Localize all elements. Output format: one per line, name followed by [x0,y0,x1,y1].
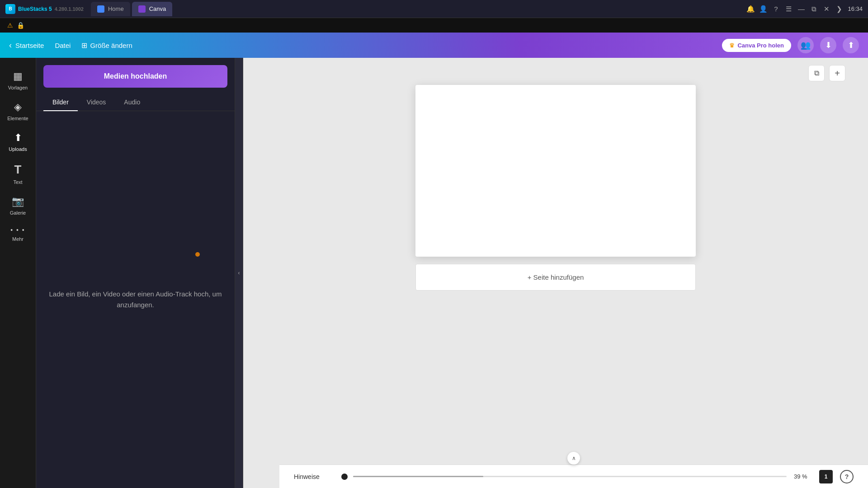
resize-icon: ⊞ [81,41,87,50]
vorlagen-label: Vorlagen [8,85,28,90]
grosse-nav[interactable]: ⊞ Größe ändern [81,41,132,50]
elemente-icon: ◈ [14,101,22,113]
copy-page-button[interactable]: ⧉ [808,65,825,81]
sidebar-item-text[interactable]: T Text [2,157,34,190]
text-icon: T [14,163,22,177]
warning-icon: ⚠ [7,22,13,29]
tab-home[interactable]: Home [91,2,130,16]
crown-icon: ♛ [729,42,735,49]
grosse-label: Größe ändern [90,42,132,49]
datei-nav[interactable]: Datei [55,42,71,49]
uploads-panel: Medien hochladen Bilder Videos Audio Lad… [36,58,235,488]
upload-share-icon: ⬆ [848,40,854,50]
canvas-area[interactable]: ⧉ + + Seite hinzufügen ∧ Hinweise 39 % 1… [243,58,868,488]
canvas-top-tools: ⧉ + [808,65,845,81]
collapse-chevron-icon: ‹ [238,270,240,276]
lock-icon: 🔒 [17,22,24,29]
canva-pro-button[interactable]: ♛ Canva Pro holen [722,39,791,52]
sidebar-item-mehr[interactable]: • • • Mehr [2,221,34,247]
uploads-icon: ⬆ [14,132,22,144]
add-icon: + [835,68,840,79]
bluestacks-logo: B BlueStacks 5 4.280.1.1002 [5,4,84,14]
download-button[interactable]: ⬇ [820,37,836,53]
browser-tabs: Home Canva [91,2,743,16]
text-label: Text [13,179,22,185]
bottombar: ∧ Hinweise 39 % 1 ? [279,465,868,488]
canvas-page [415,85,696,257]
sidebar-item-vorlagen[interactable]: ▦ Vorlagen [2,65,34,96]
tab-bilder[interactable]: Bilder [43,94,78,111]
tab-home-label: Home [108,5,124,12]
download-icon: ⬇ [825,40,832,50]
media-tabs: Bilder Videos Audio [36,94,235,111]
panel-collapse-handle[interactable]: ‹ [235,58,243,488]
main-area: ▦ Vorlagen ◈ Elemente ⬆ Uploads T Text 📷… [0,58,868,488]
galerie-label: Galerie [10,210,26,216]
panel-empty-text: Lade ein Bild, ein Video oder einen Audi… [47,289,224,310]
menu-icon[interactable]: ☰ [784,5,793,13]
canva-tab-icon [138,5,146,13]
elemente-label: Elemente [7,116,28,121]
canva-pro-label: Canva Pro holen [737,42,784,49]
bluestacks-label: BlueStacks 5 [18,6,52,12]
zoom-percent: 39 % [794,473,812,480]
add-page-tool-button[interactable]: + [829,65,845,81]
chevron-up-button[interactable]: ∧ [567,452,580,465]
bluestacks-version: 4.280.1.1002 [55,6,84,12]
tab-audio[interactable]: Audio [115,94,149,111]
titlebar: B BlueStacks 5 4.280.1.1002 Home Canva 🔔… [0,0,868,18]
medien-hochladen-button[interactable]: Medien hochladen [43,65,227,88]
tab-canva-label: Canva [149,5,166,12]
clock: 16:34 [848,5,863,12]
share-button[interactable]: ⬆ [843,37,859,53]
sidebar-item-elemente[interactable]: ◈ Elemente [2,96,34,127]
mehr-label: Mehr [12,236,24,242]
close-icon[interactable]: ✕ [822,5,830,13]
minimize-icon[interactable]: — [797,5,805,13]
zoom-dot[interactable] [341,474,348,480]
nav-right-controls: ♛ Canva Pro holen 👥 ⬇ ⬆ [722,37,859,53]
titlebar-controls: 🔔 👤 ? ☰ — ⧉ ✕ ❯ 16:34 [746,5,863,13]
sidebar-item-galerie[interactable]: 📷 Galerie [2,190,34,221]
share-users-button[interactable]: 👥 [797,37,814,53]
back-button[interactable]: ‹ [9,41,12,50]
home-tab-icon [97,5,104,13]
notification-icon[interactable]: 🔔 [746,5,755,13]
zoom-track[interactable] [353,476,787,477]
help-icon[interactable]: ? [772,5,780,13]
zoom-filled [353,476,483,477]
restore-icon[interactable]: ⧉ [810,5,818,13]
startseite-nav[interactable]: Startseite [15,42,44,49]
account-icon[interactable]: 👤 [759,5,767,13]
bluestacks-icon: B [5,4,15,14]
add-page-button[interactable]: + Seite hinzufügen [415,264,696,291]
more-icon[interactable]: ❯ [835,5,843,13]
galerie-icon: 📷 [12,196,24,207]
zoom-slider-area [341,474,787,480]
sidebar: ▦ Vorlagen ◈ Elemente ⬆ Uploads T Text 📷… [0,58,36,488]
tab-videos[interactable]: Videos [78,94,115,111]
uploads-label: Uploads [9,146,27,152]
help-button[interactable]: ? [840,470,854,483]
share-users-icon: 👥 [801,40,811,50]
mehr-icon: • • • [10,226,25,234]
copy-icon: ⧉ [814,69,819,77]
tab-canva[interactable]: Canva [132,2,173,16]
topnav: ‹ Startseite Datei ⊞ Größe ändern ♛ Canv… [0,33,868,58]
panel-empty-content: Lade ein Bild, ein Video oder einen Audi… [36,111,235,488]
vorlagen-icon: ▦ [13,70,23,82]
sidebar-item-uploads[interactable]: ⬆ Uploads [2,127,34,157]
page-number-button[interactable]: 1 [819,470,833,483]
hinweise-label: Hinweise [294,473,320,480]
warnbar: ⚠ 🔒 [0,18,868,33]
